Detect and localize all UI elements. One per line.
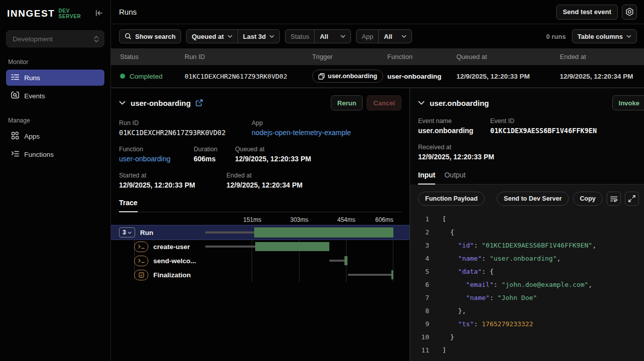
trace-span-bar	[254, 227, 393, 237]
expand-payload-button[interactable]	[625, 192, 639, 206]
payload-section: Function Payload Send to Dev Server Copy…	[410, 185, 644, 361]
step-count-expander[interactable]: 3	[119, 227, 135, 237]
word-wrap-icon	[610, 196, 618, 202]
details-area: user-onboarding Rerun Cancel Run ID 01KC…	[111, 88, 644, 361]
collapse-event-chevron-icon[interactable]	[418, 101, 425, 105]
ended-value: 12/9/2025, 12:20:34 PM	[226, 181, 303, 189]
rerun-button[interactable]: Rerun	[331, 95, 363, 110]
ended-at-cell: 12/9/2025, 12:20:34 PM	[560, 73, 644, 80]
col-ended-at: Ended at	[560, 53, 644, 61]
received-at-label: Received at	[418, 144, 494, 151]
app-link[interactable]: nodejs-open-telemetry-example	[252, 129, 351, 137]
trace-tick-label: 303ms	[290, 216, 308, 223]
trace-waterfall: 151ms303ms454ms606ms 3Runcreate-usersend…	[111, 216, 409, 282]
runs-icon	[11, 74, 19, 82]
run-status-cell: Completed	[120, 73, 185, 80]
table-columns-dropdown[interactable]: Table columns	[572, 29, 637, 43]
queued-label: Queued at	[235, 146, 311, 153]
sidebar-item-apps[interactable]: Apps	[6, 128, 104, 144]
tab-trace[interactable]: Trace	[119, 199, 138, 212]
code-line: 1[	[418, 213, 639, 226]
tab-input[interactable]: Input	[418, 171, 435, 185]
trigger-name: user.onboarding	[328, 73, 377, 80]
event-name-label: Event name	[418, 117, 490, 125]
sidebar-item-label: Functions	[24, 151, 54, 158]
trace-row[interactable]: 3Run	[111, 225, 409, 239]
send-to-dev-server-button[interactable]: Send to Dev Server	[497, 192, 569, 206]
sidebar-item-runs[interactable]: Runs	[6, 70, 104, 86]
events-icon	[11, 91, 19, 100]
chevron-down-icon	[128, 231, 132, 234]
trace-rows: 3Runcreate-usersend-welco...Finalization	[111, 225, 409, 282]
payload-code: 1[2 {3 "id": "01KC1DEX9AESS6BF1V46FFK9EN…	[418, 213, 639, 357]
word-wrap-button[interactable]	[607, 192, 621, 206]
terminal-icon	[134, 256, 148, 266]
event-id-label: Event ID	[490, 117, 597, 125]
trace-queue-bar	[329, 260, 344, 262]
queued-at-dropdown[interactable]: Queued at	[187, 30, 238, 43]
main-area: Runs Send test event Show search Queued …	[111, 0, 644, 361]
trace-tick-label: 151ms	[243, 216, 261, 223]
sidebar-item-label: Apps	[24, 133, 40, 140]
ended-label: Ended at	[226, 172, 303, 179]
function-payload-button[interactable]: Function Payload	[418, 192, 485, 206]
chevron-down-icon	[340, 35, 345, 38]
sidebar: INNGEST DEV SERVER Development Monitor R…	[0, 0, 111, 361]
send-test-event-button[interactable]: Send test event	[556, 5, 618, 20]
function-link[interactable]: user-onboarding	[119, 155, 194, 163]
chevron-down-icon	[227, 35, 232, 38]
started-value: 12/9/2025, 12:20:33 PM	[119, 181, 226, 189]
code-line: 7 "name": "John Doe"	[418, 291, 639, 305]
trigger-pill[interactable]: user.onboarding	[312, 70, 383, 83]
code-line: 2 {	[418, 226, 639, 239]
collapse-run-chevron-icon[interactable]	[119, 101, 126, 105]
invoke-button[interactable]: Invoke	[612, 95, 644, 110]
tab-output[interactable]: Output	[444, 171, 465, 184]
col-run-id: Run ID	[185, 53, 312, 61]
checkbox-icon	[134, 270, 148, 280]
environment-select[interactable]: Development	[6, 30, 104, 47]
status-filter-group: Status All	[285, 29, 351, 43]
app-filter-dropdown[interactable]: All	[378, 30, 412, 43]
status-filter-label: Status	[285, 30, 314, 43]
time-range-dropdown[interactable]: Last 3d	[238, 30, 280, 43]
event-name-value: user.onboarding	[418, 127, 490, 135]
show-search-button[interactable]: Show search	[119, 29, 181, 43]
cancel-button: Cancel	[367, 95, 401, 110]
logo-row: INNGEST DEV SERVER	[6, 7, 104, 19]
settings-button[interactable]	[622, 5, 637, 20]
status-filter-dropdown[interactable]: All	[314, 30, 350, 43]
apps-icon	[11, 132, 19, 141]
collapse-sidebar-icon[interactable]	[95, 10, 103, 18]
duration-label: Duration	[194, 146, 235, 153]
gear-icon	[625, 8, 634, 16]
sidebar-item-label: Events	[24, 92, 45, 100]
trace-span-bar	[344, 256, 347, 265]
code-line: 10 }	[418, 331, 639, 344]
status-dot-icon	[120, 74, 125, 79]
sidebar-item-events[interactable]: Events	[6, 88, 104, 104]
chevron-down-icon	[401, 35, 406, 38]
trace-row[interactable]: Finalization	[111, 268, 409, 282]
received-at-value: 12/9/2025, 12:20:33 PM	[418, 153, 494, 161]
event-trigger-icon	[318, 73, 325, 80]
copy-button[interactable]: Copy	[573, 192, 603, 206]
filter-bar: Show search Queued at Last 3d Status All…	[111, 24, 644, 48]
event-tabs: Input Output	[418, 171, 644, 185]
app-label: App	[252, 119, 351, 127]
table-row[interactable]: Completed 01KC1DEXCHR2N617Z93RK0VD02 use…	[111, 65, 644, 88]
code-line: 8 },	[418, 305, 639, 318]
search-icon	[125, 33, 132, 40]
code-line: 11]	[418, 344, 639, 357]
trace-span-bar	[391, 270, 393, 279]
code-line: 4 "name": "user.onboarding",	[418, 252, 639, 265]
external-link-icon[interactable]	[196, 99, 203, 106]
trace-row[interactable]: create-user	[111, 239, 409, 254]
status-text: Completed	[130, 73, 162, 80]
run-id-cell: 01KC1DEXCHR2N617Z93RK0VD02	[185, 73, 312, 80]
dev-server-badge: DEV SERVER	[58, 8, 92, 19]
trace-span-bar	[255, 242, 329, 251]
trace-row[interactable]: send-welco...	[111, 254, 409, 268]
sidebar-item-functions[interactable]: Functions	[6, 146, 104, 162]
sidebar-item-label: Runs	[24, 74, 40, 82]
